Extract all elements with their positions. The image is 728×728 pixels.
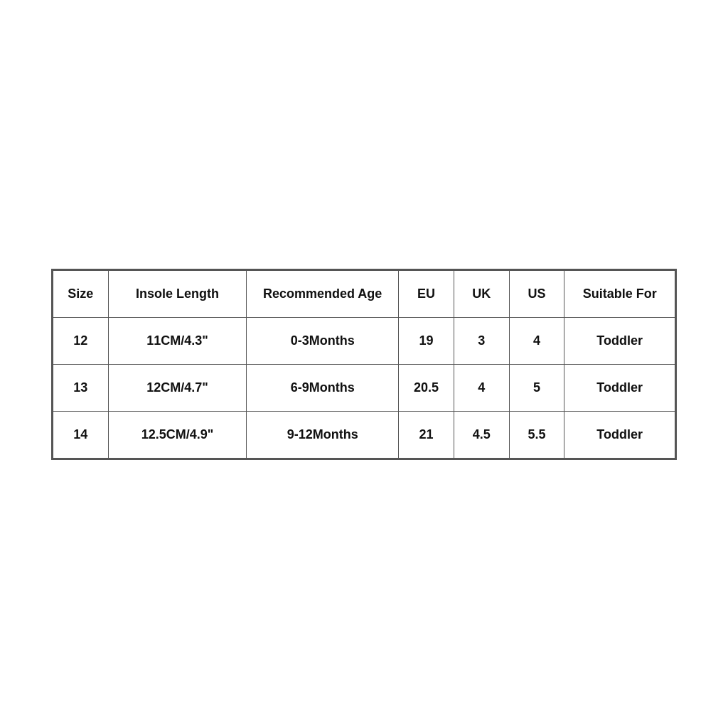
cell-recommended-age: 0-3Months xyxy=(247,317,399,364)
cell-size: 14 xyxy=(53,411,109,458)
header-row: Size Insole Length Recommended Age EU UK… xyxy=(53,270,675,317)
cell-eu: 21 xyxy=(399,411,454,458)
cell-suitable-for: Toddler xyxy=(564,411,675,458)
header-us: US xyxy=(509,270,564,317)
cell-suitable-for: Toddler xyxy=(564,364,675,411)
table-row: 1412.5CM/4.9"9-12Months214.55.5Toddler xyxy=(53,411,675,458)
header-suitable-for: Suitable For xyxy=(564,270,675,317)
header-uk: UK xyxy=(454,270,509,317)
cell-us: 5 xyxy=(509,364,564,411)
cell-size: 12 xyxy=(53,317,109,364)
cell-recommended-age: 6-9Months xyxy=(247,364,399,411)
table-row: 1312CM/4.7"6-9Months20.545Toddler xyxy=(53,364,675,411)
cell-uk: 3 xyxy=(454,317,509,364)
header-recommended-age: Recommended Age xyxy=(247,270,399,317)
header-size: Size xyxy=(53,270,109,317)
cell-recommended-age: 9-12Months xyxy=(247,411,399,458)
header-eu: EU xyxy=(399,270,454,317)
table-row: 1211CM/4.3"0-3Months1934Toddler xyxy=(53,317,675,364)
cell-uk: 4.5 xyxy=(454,411,509,458)
cell-eu: 20.5 xyxy=(399,364,454,411)
cell-eu: 19 xyxy=(399,317,454,364)
cell-insole-length: 11CM/4.3" xyxy=(108,317,246,364)
cell-size: 13 xyxy=(53,364,109,411)
cell-suitable-for: Toddler xyxy=(564,317,675,364)
cell-insole-length: 12CM/4.7" xyxy=(108,364,246,411)
size-chart-container: Size Insole Length Recommended Age EU UK… xyxy=(51,269,677,460)
header-insole-length: Insole Length xyxy=(108,270,246,317)
cell-insole-length: 12.5CM/4.9" xyxy=(108,411,246,458)
size-chart-table: Size Insole Length Recommended Age EU UK… xyxy=(53,270,675,459)
cell-uk: 4 xyxy=(454,364,509,411)
cell-us: 4 xyxy=(509,317,564,364)
cell-us: 5.5 xyxy=(509,411,564,458)
